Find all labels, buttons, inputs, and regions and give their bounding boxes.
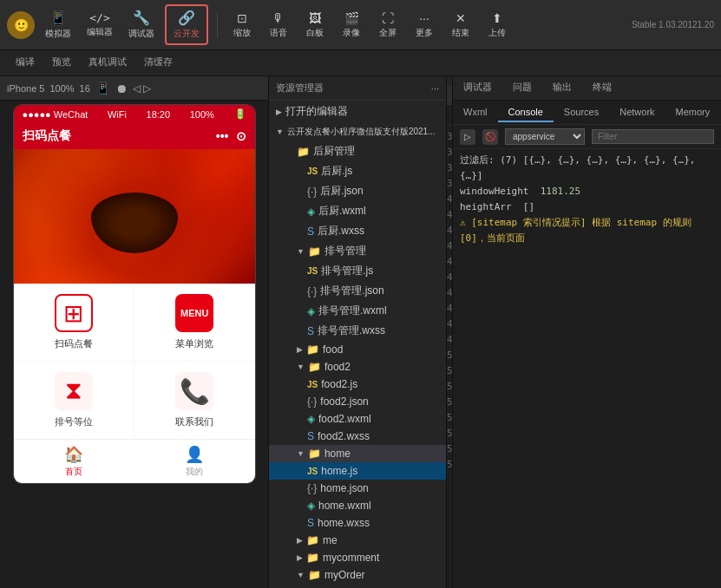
tree-item-food2-wxss[interactable]: S food2.wxss <box>269 428 446 445</box>
chevron-icon: ▼ <box>297 363 305 371</box>
zoom-level: 100% <box>49 83 74 94</box>
file-tree-header: 资源管理器 ··· <box>269 76 446 101</box>
end-icon: ✕ <box>456 11 466 25</box>
tree-item-houchu-json[interactable]: {·} 后厨.json <box>269 181 446 201</box>
tree-item-houchu-wxss[interactable]: S 后厨.wxss <box>269 221 446 241</box>
zoom-icon: ⊡ <box>237 11 247 25</box>
tree-item-home-json[interactable]: {·} home.json <box>269 480 446 497</box>
whiteboard-icon: 🖼 <box>309 11 321 25</box>
device-name: iPhone 5 <box>7 83 44 94</box>
tree-item-food2-js[interactable]: JS food2.js <box>269 376 446 393</box>
console-line-3: heightArr [] <box>460 199 714 215</box>
fullscreen-btn[interactable]: ⛶ 全屏 <box>372 8 403 42</box>
tree-item-paihao-wxml[interactable]: ◈ 排号管理.wxml <box>269 301 446 321</box>
tab-device-debug[interactable]: 真机调试 <box>80 52 135 74</box>
console-tab-sources[interactable]: Sources <box>554 103 609 122</box>
tree-folder-houchu-parent[interactable]: 📁 后厨管理 <box>269 141 446 161</box>
console-tab-network[interactable]: Network <box>609 103 665 122</box>
devtools-tab-terminal[interactable]: 终端 <box>582 77 622 99</box>
devtools-tab-output[interactable]: 输出 <box>542 77 582 99</box>
console-tab-memory[interactable]: Memory <box>665 103 721 122</box>
tree-item-houchu-js[interactable]: JS 后厨.js <box>269 161 446 181</box>
tree-item-home-wxml[interactable]: ◈ home.wxml <box>269 497 446 514</box>
tree-item-paihao-js[interactable]: JS 排号管理.js <box>269 261 446 281</box>
end-btn[interactable]: ✕ 结束 <box>445 8 476 42</box>
tree-folder-mycomment[interactable]: ▶ 📁 mycomment <box>269 549 446 566</box>
tree-item-food2-json[interactable]: {·} food2.json <box>269 393 446 410</box>
tree-item-houchu-wxml[interactable]: ◈ 后厨.wxml <box>269 201 446 221</box>
console-toolbar: ▷ 🚫 appservice <box>453 125 721 149</box>
chevron-icon: ▶ <box>297 536 303 545</box>
file-tree-more-icon[interactable]: ··· <box>431 83 439 94</box>
chevron-icon: ▼ <box>297 571 305 579</box>
project-section[interactable]: ▼ 云开发点餐小程序微信版支付版2021... <box>269 122 446 141</box>
zoom-label: 缩放 <box>233 27 251 39</box>
execute-icon[interactable]: ▷ <box>460 129 475 145</box>
tree-folder-home[interactable]: ▼ 📁 home <box>269 445 446 462</box>
console-tab-wxml[interactable]: Wxml <box>453 103 498 122</box>
clear-icon[interactable]: 🚫 <box>482 129 498 145</box>
tree-item-home-wxss[interactable]: S home.wxss <box>269 514 446 532</box>
voice-btn[interactable]: 🎙 语音 <box>263 8 294 42</box>
tree-folder-myorder[interactable]: ▼ 📁 myOrder <box>269 566 446 584</box>
devtools-tab-issues[interactable]: 问题 <box>502 77 542 99</box>
project-label: 云开发点餐小程序微信版支付版2021... <box>287 126 436 138</box>
more-dots-icon[interactable]: ••• <box>216 129 229 143</box>
tree-item-myorder-js[interactable]: JS myOrder.js <box>269 584 446 588</box>
tree-folder-paihao[interactable]: ▼ 📁 排号管理 <box>269 241 446 261</box>
tree-folder-me[interactable]: ▶ 📁 me <box>269 532 446 549</box>
menu-item-phone[interactable]: 📞 联系我们 <box>134 362 255 439</box>
cloud-dev-btn[interactable]: 🔗 云开发 <box>165 4 208 45</box>
folder-name: home <box>324 448 351 460</box>
tab-label: 调试器 <box>463 82 492 92</box>
tree-item-paihao-json[interactable]: {·} 排号管理.json <box>269 281 446 301</box>
devtools-panel: 调试器 问题 输出 终端 Wxml Console Sources N <box>452 76 721 588</box>
tree-folder-food[interactable]: ▶ 📁 food <box>269 341 446 358</box>
json-icon: {·} <box>307 395 317 408</box>
tab-label: Wxml <box>463 107 488 117</box>
nav-home[interactable]: 🏠 首页 <box>14 440 134 483</box>
cloud-icon: 🔗 <box>178 10 195 26</box>
appservice-select[interactable]: appservice <box>505 128 585 145</box>
file-name: 排号管理.js <box>321 264 373 278</box>
menu-item-queue[interactable]: ⧗ 排号等位 <box>14 362 134 439</box>
console-tab-console[interactable]: Console <box>498 103 554 122</box>
profile-nav-label: 我的 <box>186 466 203 478</box>
menu-item-scan[interactable]: ⊞ 扫码点餐 <box>14 284 134 361</box>
end-label: 结束 <box>452 27 469 39</box>
phone-food-image <box>14 149 255 284</box>
simulator-btn[interactable]: 📱 模拟器 <box>40 6 76 43</box>
tree-item-food2-wxml[interactable]: ◈ food2.wxml <box>269 410 446 428</box>
camera-icon[interactable]: ⊙ <box>236 129 246 143</box>
tab-clear-cache[interactable]: 清缓存 <box>135 52 181 74</box>
tree-item-paihao-wxss[interactable]: S 排号管理.wxss <box>269 321 446 341</box>
folder-name: 后厨管理 <box>313 144 355 159</box>
battery-icon: 🔋 <box>234 108 246 120</box>
more-btn[interactable]: ··· 更多 <box>409 8 440 42</box>
folder-icon: 📁 <box>308 245 321 258</box>
folder-icon: 📁 <box>306 534 319 546</box>
wxml-icon: ◈ <box>307 206 315 218</box>
devtools-tab-debugger[interactable]: 调试器 <box>453 77 502 99</box>
scale-level: 16 <box>80 83 90 94</box>
editor-btn[interactable]: </> 编辑器 <box>82 8 118 42</box>
record-btn[interactable]: 🎬 录像 <box>336 8 367 42</box>
phone-wrapper: ●●●●● WeChat WiFi 18:20 100% 🔋 扫码点餐 ••• … <box>0 101 268 588</box>
debugger-btn[interactable]: 🔧 调试器 <box>123 6 160 43</box>
tab-preview[interactable]: 预览 <box>43 52 80 74</box>
voice-icon: 🎙 <box>272 11 285 25</box>
folder-icon: 📁 <box>306 552 319 564</box>
folder-name: 排号管理 <box>324 244 366 258</box>
tree-item-home-js[interactable]: JS home.js <box>269 462 446 480</box>
tab-compile[interactable]: 编译 <box>7 52 43 74</box>
zoom-btn[interactable]: ⊡ 缩放 <box>226 8 258 42</box>
tree-folder-food2[interactable]: ▼ 📁 food2 <box>269 358 446 376</box>
json-icon: {·} <box>307 186 317 198</box>
whiteboard-btn[interactable]: 🖼 白板 <box>299 8 331 42</box>
menu-item-menu[interactable]: MENU 菜单浏览 <box>134 284 255 361</box>
nav-profile[interactable]: 👤 我的 <box>134 440 255 483</box>
upload-btn[interactable]: ⬆ 上传 <box>482 8 513 42</box>
console-filter-input[interactable] <box>592 129 714 144</box>
open-editors-section[interactable]: ▶ 打开的编辑器 <box>269 101 446 122</box>
folder-name: myOrder <box>324 569 365 581</box>
